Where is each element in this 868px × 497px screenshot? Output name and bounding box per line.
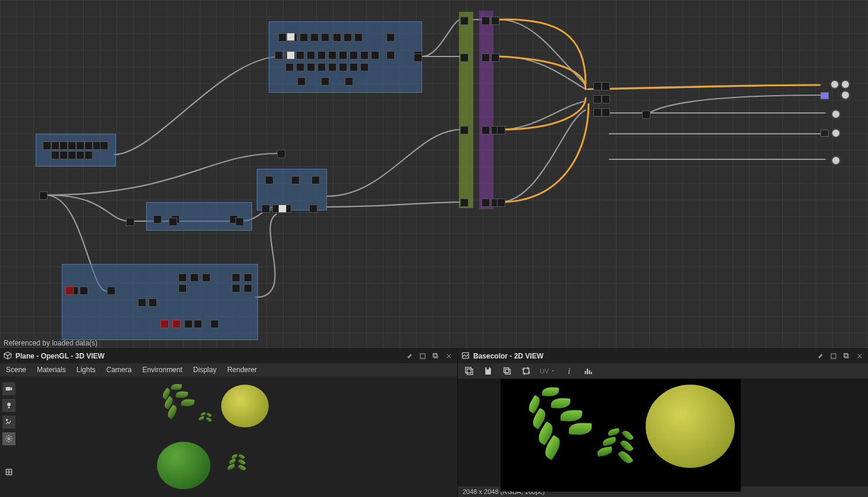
graph-node[interactable] — [497, 199, 505, 207]
graph-node[interactable] — [297, 77, 306, 86]
graph-node[interactable] — [345, 77, 353, 86]
menu-camera[interactable]: Camera — [106, 366, 132, 374]
graph-node[interactable] — [161, 320, 169, 328]
light-icon[interactable] — [2, 399, 15, 412]
close-icon[interactable] — [444, 351, 454, 361]
pin-icon[interactable] — [816, 351, 825, 361]
graph-node[interactable] — [194, 320, 202, 328]
graph-node[interactable] — [184, 320, 193, 328]
graph-node[interactable] — [43, 141, 51, 150]
graph-node[interactable] — [482, 126, 490, 134]
graph-node[interactable] — [232, 273, 240, 282]
graph-node[interactable] — [265, 176, 273, 184]
restore-icon[interactable] — [829, 351, 838, 361]
graph-node[interactable] — [360, 51, 369, 59]
graph-node[interactable] — [235, 218, 244, 226]
save-icon[interactable] — [483, 366, 493, 376]
graph-node[interactable] — [232, 284, 240, 292]
graph-node[interactable] — [317, 51, 326, 59]
crop-icon[interactable] — [521, 366, 532, 376]
graph-node[interactable] — [285, 63, 294, 71]
graph-node[interactable] — [39, 191, 48, 200]
pin-icon[interactable] — [405, 351, 414, 361]
graph-node[interactable] — [339, 51, 347, 59]
menu-lights[interactable]: Lights — [77, 366, 96, 374]
graph-node[interactable] — [350, 51, 358, 59]
graph-node[interactable] — [344, 33, 352, 42]
graph-node[interactable] — [59, 141, 68, 150]
menu-display[interactable]: Display — [193, 366, 216, 374]
graph-frame[interactable] — [36, 134, 116, 166]
graph-node[interactable] — [68, 141, 76, 150]
graph-node[interactable] — [328, 51, 336, 59]
menu-environment[interactable]: Environment — [142, 366, 182, 374]
graph-frame[interactable] — [62, 264, 258, 340]
menu-renderer[interactable]: Renderer — [227, 366, 257, 374]
environment-icon[interactable] — [2, 416, 15, 429]
graph-node[interactable] — [414, 54, 422, 62]
graph-node[interactable] — [307, 63, 315, 71]
graph-node[interactable] — [321, 77, 329, 86]
graph-node[interactable] — [278, 33, 287, 42]
graph-backdrop-green[interactable] — [459, 12, 473, 208]
graph-node[interactable] — [310, 33, 319, 42]
graph-node[interactable] — [51, 151, 59, 159]
uv-dropdown[interactable]: UV — [540, 367, 555, 375]
graph-node[interactable] — [51, 141, 59, 150]
graph-node[interactable] — [339, 63, 347, 71]
camera-icon[interactable] — [2, 382, 15, 395]
graph-node[interactable] — [386, 33, 395, 42]
output-pin[interactable] — [830, 80, 839, 89]
graph-node[interactable] — [178, 284, 187, 292]
graph-node[interactable] — [76, 141, 84, 150]
viewport-3d[interactable] — [0, 376, 457, 497]
graph-node[interactable] — [100, 141, 108, 150]
graph-node[interactable] — [593, 95, 602, 103]
menu-scene[interactable]: Scene — [6, 366, 26, 374]
graph-node[interactable] — [138, 298, 146, 307]
graph-node[interactable] — [312, 176, 320, 184]
graph-node[interactable] — [275, 51, 283, 59]
graph-node[interactable] — [386, 51, 395, 59]
output-pin[interactable] — [831, 128, 841, 138]
maximize-icon[interactable] — [842, 351, 851, 361]
graph-node[interactable] — [460, 126, 468, 134]
graph-node[interactable] — [360, 63, 369, 71]
graph-node[interactable] — [602, 95, 610, 103]
graph-node[interactable] — [296, 63, 304, 71]
graph-node[interactable] — [820, 92, 829, 99]
graph-node[interactable] — [497, 126, 505, 134]
save-all-icon[interactable] — [464, 366, 474, 376]
graph-node[interactable] — [287, 51, 295, 59]
graph-node[interactable] — [482, 54, 490, 62]
graph-node[interactable] — [172, 320, 181, 328]
graph-node[interactable] — [291, 176, 300, 184]
graph-node[interactable] — [107, 287, 115, 295]
graph-node[interactable] — [169, 218, 177, 226]
graph-node[interactable] — [309, 205, 317, 213]
graph-node[interactable] — [153, 215, 162, 224]
graph-node[interactable] — [602, 82, 610, 90]
graph-node[interactable] — [84, 151, 93, 159]
maximize-icon[interactable] — [431, 351, 441, 361]
graph-node[interactable] — [178, 273, 187, 282]
graph-node[interactable] — [317, 63, 326, 71]
graph-node[interactable] — [190, 273, 199, 282]
graph-node[interactable] — [307, 51, 315, 59]
graph-node[interactable] — [126, 218, 134, 226]
graph-node[interactable] — [820, 130, 829, 137]
graph-node[interactable] — [491, 17, 499, 25]
output-pin[interactable] — [841, 90, 850, 100]
graph-node[interactable] — [333, 33, 341, 42]
output-pin[interactable] — [841, 80, 850, 89]
graph-node[interactable] — [244, 273, 252, 282]
menu-materials[interactable]: Materials — [37, 366, 66, 374]
graph-node[interactable] — [277, 150, 285, 158]
graph-node[interactable] — [278, 205, 287, 213]
grid-toggle-icon[interactable] — [2, 465, 15, 479]
graph-node[interactable] — [84, 141, 93, 150]
graph-node[interactable] — [482, 17, 490, 25]
graph-node[interactable] — [68, 151, 76, 159]
graph-node[interactable] — [460, 54, 468, 62]
graph-node[interactable] — [491, 54, 499, 62]
